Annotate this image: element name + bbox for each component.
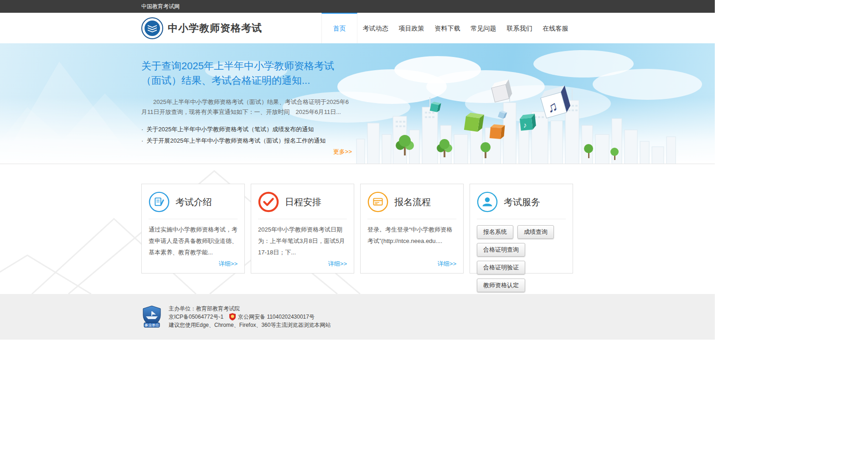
card-title: 考试介绍 bbox=[176, 196, 212, 208]
site-logo-icon bbox=[141, 17, 163, 39]
nav-item-home[interactable]: 首页 bbox=[321, 13, 357, 43]
registration-system-button[interactable]: 报名系统 bbox=[477, 225, 513, 239]
browser-tip: 建议您使用Edge、Chrome、Firefox、360等主流浏览器浏览本网站 bbox=[169, 321, 331, 329]
hero-news-list: 关于2025年上半年中小学教师资格考试（笔试）成绩发布的通知 关于开展2025年… bbox=[141, 124, 352, 146]
card-body: 2025年中小学教师资格考试日期为：上半年笔试3月8日，面试5月17-18日；下… bbox=[258, 224, 347, 258]
icp-link[interactable]: 京ICP备05064772号-1 bbox=[169, 313, 223, 321]
badge-label: 事业单位 bbox=[145, 323, 159, 327]
hero-banner: ♪ ♫ 关于查询2025年上半年中小学教师资格考试（面试）结果、考试合格证明的通… bbox=[0, 43, 715, 164]
hero-notice-summary: 2025年上半年中小学教师资格考试（面试）结果、考试合格证明于2025年6月11… bbox=[141, 97, 352, 117]
footer: 事业单位 主办单位：教育部教育考试院 京ICP备05064772号-1 京公网安… bbox=[0, 294, 715, 340]
detail-link[interactable]: 详细>> bbox=[328, 260, 347, 268]
card-body: 通过实施中小学教师资格考试，考查申请人是否具备教师职业道德、基本素养、教育教学能… bbox=[149, 224, 238, 258]
nav-item-online-service[interactable]: 在线客服 bbox=[537, 13, 574, 43]
police-filing-link[interactable]: 京公网安备 11040202430017号 bbox=[238, 313, 315, 321]
exam-intro-pencil-icon bbox=[149, 191, 170, 212]
topbar: 中国教育考试网 bbox=[0, 0, 715, 13]
card-title: 报名流程 bbox=[394, 196, 431, 208]
card-title: 考试服务 bbox=[504, 196, 540, 208]
certificate-query-button[interactable]: 合格证明查询 bbox=[477, 243, 525, 257]
card-body: 登录。考生登录“中小学教师资格考试”(http://ntce.neea.edu.… bbox=[367, 224, 456, 247]
schedule-check-icon bbox=[258, 191, 279, 212]
service-buttons: 报名系统 成绩查询 合格证明查询 合格证明验证 教师资格认定 bbox=[477, 225, 566, 292]
card-exam-services: 考试服务 报名系统 成绩查询 合格证明查询 合格证明验证 教师资格认定 bbox=[470, 184, 573, 274]
list-item: 关于2025年上半年中小学教师资格考试（笔试）成绩发布的通知 bbox=[141, 124, 352, 135]
cards-section: 考试介绍 通过实施中小学教师资格考试，考查申请人是否具备教师职业道德、基本素养、… bbox=[0, 164, 715, 294]
organizer-line: 主办单位：教育部教育考试院 bbox=[169, 304, 331, 313]
site-title: 中小学教师资格考试 bbox=[168, 21, 262, 35]
card-registration-process: 报名流程 登录。考生登录“中小学教师资格考试”(http://ntce.neea… bbox=[360, 184, 464, 274]
card-title: 日程安排 bbox=[285, 196, 321, 208]
list-item: 关于开展2025年上半年中小学教师资格考试（面试）报名工作的通知 bbox=[141, 135, 352, 146]
more-link[interactable]: 更多>> bbox=[333, 148, 352, 155]
news-link[interactable]: 关于2025年上半年中小学教师资格考试（笔试）成绩发布的通知 bbox=[146, 126, 314, 133]
score-query-button[interactable]: 成绩查询 bbox=[517, 225, 554, 239]
nav-item-downloads[interactable]: 资料下载 bbox=[429, 13, 465, 43]
detail-link[interactable]: 详细>> bbox=[219, 260, 238, 268]
police-badge-icon bbox=[229, 313, 236, 320]
services-user-icon bbox=[477, 191, 498, 212]
footer-text: 主办单位：教育部教育考试院 京ICP备05064772号-1 京公网安备 110… bbox=[169, 304, 331, 329]
registration-form-icon bbox=[367, 191, 388, 212]
nav-item-contact[interactable]: 联系我们 bbox=[501, 13, 537, 43]
nav-item-exam-news[interactable]: 考试动态 bbox=[357, 13, 393, 43]
news-link[interactable]: 关于开展2025年上半年中小学教师资格考试（面试）报名工作的通知 bbox=[146, 137, 326, 144]
certificate-verify-button[interactable]: 合格证明验证 bbox=[477, 261, 525, 274]
page: 中国教育考试网 中小学教师资格考试 首页 考试动态 bbox=[0, 0, 715, 340]
detail-link[interactable]: 详细>> bbox=[438, 260, 456, 268]
nav-item-faq[interactable]: 常见问题 bbox=[465, 13, 501, 43]
main-nav: 首页 考试动态 项目政策 资料下载 常见问题 联系我们 在线客服 bbox=[321, 13, 574, 43]
site-name-link[interactable]: 中国教育考试网 bbox=[141, 3, 180, 10]
nav-item-policies[interactable]: 项目政策 bbox=[393, 13, 429, 43]
card-exam-intro: 考试介绍 通过实施中小学教师资格考试，考查申请人是否具备教师职业道德、基本素养、… bbox=[141, 184, 245, 274]
hero-notice-title[interactable]: 关于查询2025年上半年中小学教师资格考试（面试）结果、考试合格证明的通知... bbox=[141, 59, 352, 88]
hero-content: 关于查询2025年上半年中小学教师资格考试（面试）结果、考试合格证明的通知...… bbox=[141, 43, 352, 156]
institution-badge-icon[interactable]: 事业单位 bbox=[141, 305, 162, 328]
teacher-certification-button[interactable]: 教师资格认定 bbox=[477, 279, 525, 292]
brand-link[interactable]: 中小学教师资格考试 bbox=[141, 13, 262, 43]
header: 中小学教师资格考试 首页 考试动态 项目政策 资料下载 常见问题 联系我们 在线… bbox=[0, 13, 715, 43]
card-schedule: 日程安排 2025年中小学教师资格考试日期为：上半年笔试3月8日，面试5月17-… bbox=[251, 184, 354, 274]
